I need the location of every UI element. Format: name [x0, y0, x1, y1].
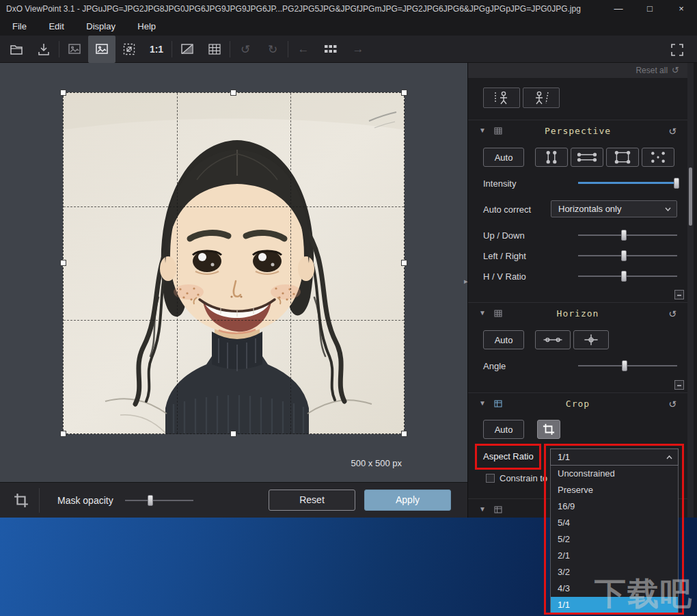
crop-handle-top-right[interactable] [401, 90, 407, 96]
rotate-ccw-button[interactable]: ↺ [232, 36, 259, 63]
export-button[interactable] [30, 36, 57, 63]
fullscreen-button[interactable] [668, 41, 686, 59]
reset-all-row: Reset all↺ [468, 63, 687, 78]
folder-open-icon [9, 42, 24, 57]
mask-opacity-label: Mask opacity [57, 483, 113, 518]
thirds-gridline-horizontal-2 [64, 320, 404, 321]
slider-thumb[interactable] [148, 495, 153, 506]
resize-selection-button[interactable] [115, 36, 143, 63]
horizon-title: Horizon [468, 308, 687, 319]
app-window: DxO ViewPoint 3.1 - JPGuJPG=JPG2JPG8JPG0… [0, 0, 697, 518]
angle-label: Angle [483, 361, 506, 371]
crop-handle-middle-left[interactable] [60, 260, 66, 266]
ratio-1-1-button[interactable]: 1:1 [143, 36, 170, 63]
crop-handle-bottom-right[interactable] [401, 431, 407, 437]
ratio-label: 1:1 [150, 44, 163, 55]
crop-handle-top-left[interactable] [60, 90, 66, 96]
reset-all-label[interactable]: Reset all [636, 66, 668, 75]
crop-tool-button[interactable] [537, 420, 560, 439]
menu-display[interactable]: Display [77, 18, 125, 36]
perspective-figure-button-2[interactable] [523, 88, 560, 108]
angle-slider[interactable] [578, 362, 677, 370]
horizon-auto-button[interactable]: Auto [483, 330, 524, 349]
section-separator [468, 120, 687, 120]
intensity-slider[interactable] [578, 179, 677, 187]
eight-point-button[interactable] [642, 148, 674, 167]
previous-image-button[interactable]: ← [290, 36, 317, 63]
perspective-section-header[interactable]: ▼ Perspective ↺ [468, 125, 687, 137]
perspective-reset-icon[interactable]: ↺ [668, 126, 676, 137]
compare-button[interactable] [174, 36, 201, 63]
force-vertical-button[interactable] [535, 148, 568, 167]
image-view-button[interactable] [61, 36, 88, 63]
apply-button[interactable]: Apply [364, 490, 451, 511]
toolbar-separator [59, 41, 59, 57]
hv-ratio-label: H / V Ratio [483, 271, 526, 282]
perspective-scroll-button[interactable] [674, 290, 684, 299]
next-image-button[interactable]: → [344, 36, 372, 63]
menubar: File Edit Display Help [0, 18, 697, 36]
crop-tool-footer-icon [14, 493, 29, 508]
hv-ratio-slider[interactable] [578, 272, 677, 280]
auto-correct-dropdown[interactable]: Horizontals only [551, 200, 677, 217]
image-icon [67, 42, 82, 57]
crop-handle-middle-right[interactable] [401, 260, 407, 266]
compare-icon [180, 42, 195, 57]
crop-handle-bottom-center[interactable] [230, 431, 236, 437]
perspective-auto-button[interactable]: Auto [483, 148, 524, 167]
editing-canvas: 500 x 500 px [0, 63, 467, 482]
menu-edit[interactable]: Edit [39, 18, 73, 36]
image-edit-view-button[interactable] [88, 36, 115, 63]
crop-auto-button[interactable]: Auto [483, 420, 524, 439]
crop-section-header[interactable]: ▼ Crop ↺ [468, 398, 687, 410]
horizon-scroll-button[interactable] [674, 380, 684, 390]
menu-help[interactable]: Help [128, 18, 165, 36]
reset-all-icon[interactable]: ↺ [672, 65, 679, 75]
panel-collapse-handle[interactable]: ▸ [464, 277, 468, 286]
intensity-label: Intensity [483, 178, 516, 189]
left-right-slider[interactable] [578, 252, 677, 260]
section-separator [468, 302, 687, 303]
panel-scrollbar[interactable] [687, 63, 694, 518]
slider-thumb[interactable] [621, 271, 627, 282]
toolbar-separator [172, 41, 172, 57]
perspective-title: Perspective [468, 126, 687, 136]
open-file-button[interactable] [3, 36, 30, 63]
crop-handle-top-center[interactable] [230, 90, 236, 96]
minimize-button[interactable]: — [603, 0, 634, 18]
arrow-left-icon: ← [298, 42, 310, 56]
toolbar-separator [230, 41, 230, 57]
horizon-line-tool-button[interactable] [535, 330, 571, 349]
slider-thumb[interactable] [622, 360, 627, 371]
crop-handle-bottom-left[interactable] [60, 431, 66, 437]
image-selected-icon [94, 42, 109, 57]
close-button[interactable]: × [666, 0, 697, 18]
slider-thumb[interactable] [621, 250, 627, 261]
menu-file[interactable]: File [0, 18, 36, 36]
force-horizontal-button[interactable] [571, 148, 603, 167]
caret-down-icon[interactable]: ▼ [479, 505, 486, 513]
annotation-box-aspect-label [475, 444, 541, 470]
image-browser-button[interactable] [317, 36, 344, 63]
maximize-button[interactable]: □ [634, 0, 666, 18]
slider-thumb[interactable] [621, 230, 627, 241]
up-down-slider[interactable] [578, 231, 677, 239]
perspective-figure-button-1[interactable] [483, 88, 520, 108]
crop-title: Crop [468, 399, 687, 409]
force-rectangle-button[interactable] [606, 148, 639, 167]
crop-reset-icon[interactable]: ↺ [668, 399, 676, 410]
reset-button[interactable]: Reset [269, 490, 355, 511]
horizon-level-tool-button[interactable] [573, 330, 609, 349]
grid-overlay-button[interactable] [201, 36, 228, 63]
crop-region[interactable] [63, 92, 405, 434]
horizon-reset-icon[interactable]: ↺ [668, 308, 676, 319]
scrollbar-thumb[interactable] [689, 168, 692, 226]
slider-thumb[interactable] [674, 178, 679, 189]
auto-correct-value: Horizontals only [558, 204, 622, 214]
rotate-cw-button[interactable]: ↻ [259, 36, 286, 63]
horizon-section-header[interactable]: ▼ Horizon ↺ [468, 308, 687, 320]
mask-opacity-slider[interactable] [125, 496, 193, 505]
constrain-checkbox[interactable] [486, 474, 495, 483]
slider-track [578, 276, 677, 277]
auto-correct-label: Auto correct [483, 204, 531, 215]
